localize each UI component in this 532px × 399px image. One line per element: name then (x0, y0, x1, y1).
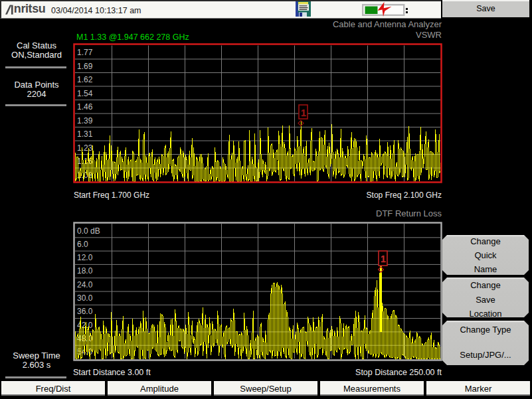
svg-text:1.31: 1.31 (77, 129, 93, 139)
svg-text:1.46: 1.46 (77, 102, 93, 112)
svg-text:24.0: 24.0 (77, 280, 93, 289)
svg-text:1.54: 1.54 (77, 89, 93, 98)
svg-text:1.69: 1.69 (77, 62, 93, 71)
svg-text:1: 1 (381, 254, 386, 264)
svg-text:1.62: 1.62 (77, 75, 93, 84)
svg-text:12.0: 12.0 (77, 253, 93, 262)
svg-text:42.0: 42.0 (77, 321, 93, 330)
svg-text:30.0: 30.0 (77, 293, 93, 303)
svg-text:1.23: 1.23 (77, 143, 93, 153)
svg-text:1.77: 1.77 (77, 48, 93, 57)
svg-text:6.0: 6.0 (77, 240, 88, 249)
svg-text:36.0: 36.0 (77, 307, 93, 316)
svg-text:1: 1 (301, 108, 306, 118)
svg-text:18.0: 18.0 (77, 266, 93, 276)
svg-text:0.0 dB: 0.0 dB (77, 226, 100, 236)
svg-text:1.39: 1.39 (77, 116, 93, 125)
